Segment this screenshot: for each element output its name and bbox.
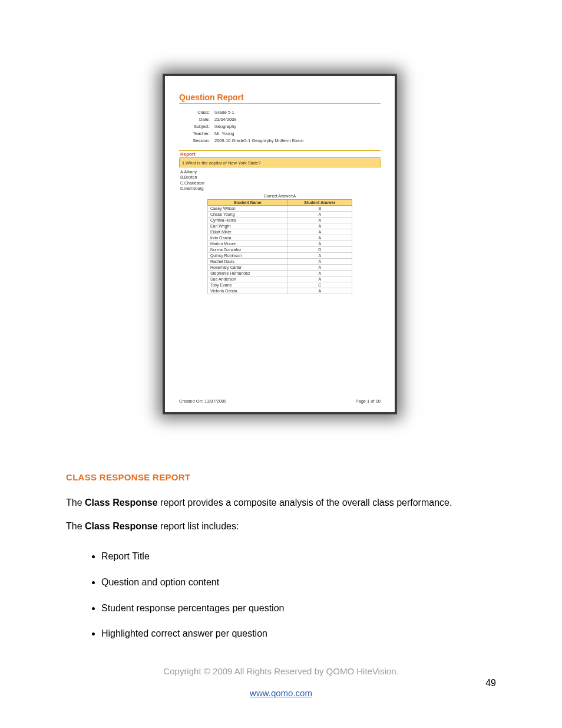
- student-name-cell: Casey Wilson: [207, 205, 287, 211]
- student-name-cell: Toby Evans: [207, 282, 287, 288]
- meta-row-subject: Subject: Geography: [179, 124, 381, 129]
- table-row: Elliott MillerA: [207, 229, 352, 235]
- meta-label: Class:: [179, 110, 210, 115]
- meta-row-session: Session: 2009-10 Grade5-1 Geography Midt…: [179, 138, 381, 143]
- meta-value: 23/04/2009: [214, 117, 237, 122]
- student-name-cell: Rachel Davis: [207, 258, 287, 264]
- meta-row-date: Date: 23/04/2009: [179, 117, 381, 122]
- col-student-answer: Student Answer: [287, 199, 352, 205]
- table-row: Irvin GarciaA: [207, 235, 352, 241]
- meta-value: 2009-10 Grade5-1 Geography Midterm Exam: [214, 138, 303, 143]
- text-span: report list includes:: [158, 521, 239, 531]
- created-on: Created On: 13/07/2009: [179, 398, 226, 404]
- meta-value: Grade 5-1: [214, 110, 234, 115]
- meta-value: Mr. Young: [214, 131, 234, 136]
- student-answer-cell: D: [287, 246, 352, 252]
- student-answer-cell: B: [287, 205, 352, 211]
- table-row: Cynthia HarrisA: [207, 217, 352, 223]
- list-item: Report Title: [101, 550, 502, 563]
- report-inner: Question Report Class: Grade 5-1 Date: 2…: [165, 76, 395, 412]
- document-page: Question Report Class: Grade 5-1 Date: 2…: [0, 0, 562, 728]
- student-answer-cell: A: [287, 241, 352, 246]
- page-number: 49: [485, 678, 496, 689]
- student-name-cell: Elliott Miller: [207, 229, 287, 235]
- meta-row-teacher: Teacher: Mr. Young: [179, 131, 381, 136]
- list-item: Student response percentages per questio…: [101, 602, 502, 615]
- table-row: Stephanie HernandezA: [207, 270, 352, 276]
- student-name-cell: Marlon Moore: [207, 241, 287, 246]
- question-report-preview: Question Report Class: Grade 5-1 Date: 2…: [163, 74, 397, 414]
- report-page: Page 1 of 10: [355, 398, 381, 404]
- table-row: Quincy RobinsonA: [207, 252, 352, 258]
- option-d: D.Harrisburg: [180, 186, 381, 191]
- table-row: Marlon MooreA: [207, 241, 352, 246]
- table-row: Norma GonzalezD: [207, 246, 352, 252]
- student-answer-cell: A: [287, 258, 352, 264]
- website-link[interactable]: www.qomo.com: [0, 688, 562, 698]
- student-answer-cell: A: [287, 229, 352, 235]
- meta-label: Session:: [179, 138, 210, 143]
- list-item: Question and option content: [101, 576, 502, 589]
- student-name-cell: Rosemary Carter: [207, 264, 287, 270]
- body-content: CLASS RESPONSE REPORT The Class Response…: [66, 472, 502, 653]
- student-name-cell: Norma Gonzalez: [207, 246, 287, 252]
- copyright: Copyright © 2009 All Rights Reserved by …: [163, 666, 398, 676]
- correct-answer: Correct Answer:A: [179, 194, 381, 198]
- option-b: B.Boston: [180, 174, 381, 180]
- student-answer-cell: A: [287, 276, 352, 282]
- table-row: Chase YoungA: [207, 211, 352, 217]
- question-text: 1.What is the capital of New York State?: [179, 159, 381, 167]
- meta-label: Subject:: [179, 124, 210, 129]
- text-span: The: [66, 498, 85, 508]
- report-footer: Created On: 13/07/2009 Page 1 of 10: [179, 398, 381, 404]
- list-item: Highlighted correct answer per question: [101, 627, 502, 640]
- student-name-cell: Sue Anderson: [207, 276, 287, 282]
- report-section-head: Report: [179, 150, 381, 158]
- student-name-cell: Chase Young: [207, 211, 287, 217]
- student-answer-cell: A: [287, 223, 352, 229]
- student-answer-cell: A: [287, 235, 352, 241]
- text-span: The: [66, 521, 85, 531]
- col-student-name: Student Name: [207, 199, 287, 205]
- table-row: Earl WrightA: [207, 223, 352, 229]
- report-meta: Class: Grade 5-1 Date: 23/04/2009 Subjec…: [179, 110, 381, 143]
- student-name-cell: Victoria Garcia: [207, 288, 287, 294]
- student-answer-cell: A: [287, 252, 352, 258]
- option-a: A.Albany: [180, 169, 381, 174]
- student-answer-cell: A: [287, 211, 352, 217]
- table-row: Toby EvansC: [207, 282, 352, 288]
- table-row: Victoria GarciaA: [207, 288, 352, 294]
- student-answer-cell: A: [287, 264, 352, 270]
- report-title: Question Report: [179, 93, 381, 104]
- student-answer-cell: A: [287, 270, 352, 276]
- student-name-cell: Cynthia Harris: [207, 217, 287, 223]
- meta-value: Geography: [214, 124, 236, 129]
- text-span: report provides a composite analysis of …: [158, 498, 452, 508]
- answer-options: A.Albany B.Boston C.Charleston D.Harrisb…: [180, 169, 381, 192]
- student-name-cell: Irvin Garcia: [207, 235, 287, 241]
- meta-label: Teacher:: [179, 131, 210, 136]
- paragraph-1: The Class Response report provides a com…: [66, 496, 502, 509]
- table-row: Casey WilsonB: [207, 205, 352, 211]
- student-answers-table: Student Name Student Answer Casey Wilson…: [207, 199, 352, 294]
- student-answer-cell: A: [287, 288, 352, 294]
- bold-span: Class Response: [85, 498, 158, 508]
- table-row: Sue AndersonA: [207, 276, 352, 282]
- bold-span: Class Response: [85, 521, 158, 531]
- meta-label: Date:: [179, 117, 210, 122]
- section-heading: CLASS RESPONSE REPORT: [66, 472, 502, 483]
- page-footer: Copyright © 2009 All Rights Reserved by …: [0, 666, 562, 698]
- bullet-list: Report Title Question and option content…: [101, 550, 502, 640]
- student-name-cell: Quincy Robinson: [207, 252, 287, 258]
- table-row: Rachel DavisA: [207, 258, 352, 264]
- paragraph-2: The Class Response report list includes:: [66, 520, 502, 533]
- table-row: Rosemary CarterA: [207, 264, 352, 270]
- meta-row-class: Class: Grade 5-1: [179, 110, 381, 115]
- student-name-cell: Stephanie Hernandez: [207, 270, 287, 276]
- student-answer-cell: A: [287, 217, 352, 223]
- option-c: C.Charleston: [180, 180, 381, 186]
- student-name-cell: Earl Wright: [207, 223, 287, 229]
- student-answer-cell: C: [287, 282, 352, 288]
